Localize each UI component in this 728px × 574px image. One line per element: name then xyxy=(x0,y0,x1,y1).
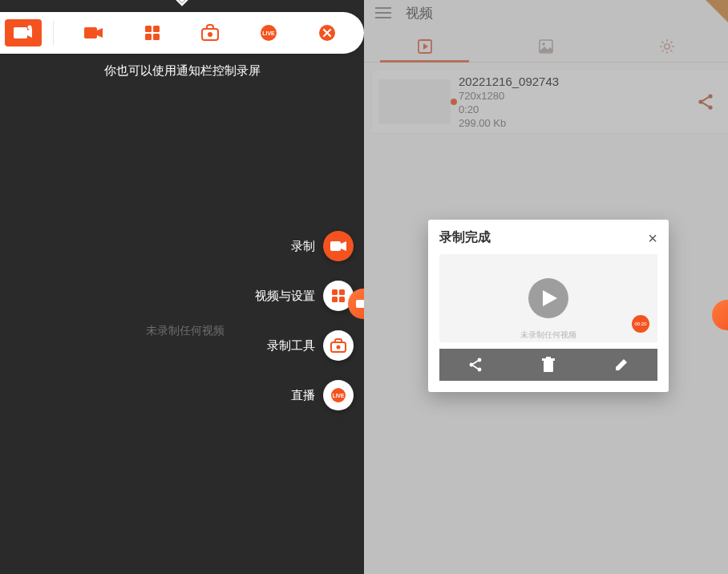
svg-point-36 xyxy=(708,105,712,109)
close-icon[interactable] xyxy=(316,22,338,44)
dialog-title: 录制完成 xyxy=(439,229,491,246)
tabs xyxy=(364,30,728,63)
svg-line-31 xyxy=(671,50,673,51)
apps-grid-icon[interactable] xyxy=(141,22,164,44)
svg-line-33 xyxy=(671,41,673,42)
svg-line-43 xyxy=(473,366,478,369)
fab-live-label: 直播 xyxy=(291,388,315,403)
right-screen: 视频 20221216_092743 720x1280 0:20 299.00 … xyxy=(364,0,728,574)
top-toolbar: LIVE xyxy=(0,12,364,54)
dialog-close-button[interactable]: × xyxy=(648,230,657,246)
image-tab-icon xyxy=(539,39,553,54)
fab-record-label: 录制 xyxy=(291,239,315,254)
svg-rect-12 xyxy=(330,241,341,251)
share-button[interactable] xyxy=(694,93,717,111)
edge-recorder-fab[interactable] xyxy=(712,300,728,330)
dialog-actions xyxy=(439,349,657,381)
svg-rect-16 xyxy=(339,297,345,302)
live-icon[interactable]: LIVE xyxy=(257,22,280,44)
svg-rect-44 xyxy=(544,361,553,372)
divider xyxy=(53,21,54,45)
dialog-edit-button[interactable] xyxy=(584,349,657,381)
hamburger-icon[interactable] xyxy=(375,7,391,18)
toolbox-icon[interactable] xyxy=(199,22,221,44)
dialog-delete-button[interactable] xyxy=(512,349,585,381)
video-resolution: 720x1280 xyxy=(459,90,686,102)
gear-icon xyxy=(659,38,675,55)
svg-rect-46 xyxy=(546,357,551,359)
tools-button[interactable] xyxy=(323,330,354,361)
dialog-share-button[interactable] xyxy=(439,349,512,381)
header: 视频 xyxy=(364,0,728,26)
svg-text:LIVE: LIVE xyxy=(333,393,345,398)
tab-settings[interactable] xyxy=(607,30,728,62)
svg-line-37 xyxy=(702,97,709,101)
left-screen: LIVE 你也可以使用通知栏控制录屏 未录制任何视频 录制 视频与设置 xyxy=(0,0,364,574)
fab-tools-label: 录制工具 xyxy=(267,338,315,354)
live-button[interactable]: LIVE xyxy=(323,380,354,410)
video-duration: 0:20 xyxy=(459,103,686,115)
svg-text:LIVE: LIVE xyxy=(262,30,275,36)
svg-rect-3 xyxy=(145,26,152,32)
svg-point-1 xyxy=(28,26,32,30)
svg-line-42 xyxy=(473,361,478,364)
svg-point-24 xyxy=(542,42,545,46)
share-icon xyxy=(698,93,714,111)
fab-settings-label: 视频与设置 xyxy=(255,289,315,304)
svg-point-18 xyxy=(337,346,341,350)
svg-line-30 xyxy=(662,41,664,42)
share-icon xyxy=(467,357,483,373)
svg-point-34 xyxy=(708,94,712,98)
svg-point-35 xyxy=(698,99,702,103)
app-icon[interactable] xyxy=(5,19,42,46)
tab-video[interactable] xyxy=(364,30,485,62)
video-thumbnail xyxy=(378,79,451,124)
svg-rect-4 xyxy=(153,26,160,32)
rec-time-badge: 00:20 xyxy=(632,315,649,333)
fab-column: 录制 视频与设置 录制工具 直播 LIVE xyxy=(323,231,354,410)
svg-point-25 xyxy=(665,43,669,48)
svg-rect-2 xyxy=(84,27,97,38)
record-icon[interactable] xyxy=(83,22,105,44)
svg-point-8 xyxy=(208,32,212,37)
svg-rect-0 xyxy=(14,27,27,38)
rec-dot-icon xyxy=(451,99,457,105)
tab-image[interactable] xyxy=(485,30,606,62)
video-tab-icon xyxy=(418,39,432,54)
empty-state-text: 未录制任何视频 xyxy=(0,324,224,338)
play-icon[interactable] xyxy=(528,278,568,318)
svg-rect-15 xyxy=(332,297,338,302)
trash-icon xyxy=(541,357,556,373)
dialog-preview[interactable]: 00:20 未录制任何视频 xyxy=(439,254,657,342)
svg-line-38 xyxy=(702,103,709,107)
video-size: 299.00 Kb xyxy=(459,117,686,129)
svg-rect-21 xyxy=(356,300,364,308)
svg-line-32 xyxy=(662,50,664,51)
video-list-item[interactable]: 20221216_092743 720x1280 0:20 299.00 Kb xyxy=(372,71,728,133)
video-name: 20221216_092743 xyxy=(459,75,686,88)
svg-rect-5 xyxy=(145,34,152,40)
svg-rect-14 xyxy=(339,289,345,295)
svg-rect-6 xyxy=(153,34,160,40)
record-button[interactable] xyxy=(323,231,354,261)
notch-indicator-icon xyxy=(172,0,192,6)
pencil-icon xyxy=(614,358,629,372)
page-title: 视频 xyxy=(406,4,433,22)
preview-subtext: 未录制任何视频 xyxy=(520,329,576,341)
svg-rect-13 xyxy=(332,289,338,295)
recording-complete-dialog: 录制完成 × 00:20 未录制任何视频 xyxy=(428,220,669,392)
hint-text: 你也可以使用通知栏控制录屏 xyxy=(0,63,364,79)
